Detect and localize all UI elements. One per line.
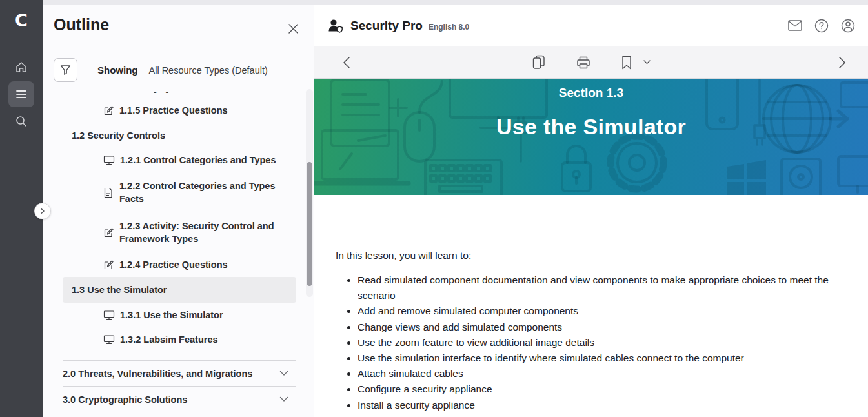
chevron-down-icon (279, 371, 288, 376)
filter-value: All Resource Types (Default) (149, 65, 268, 76)
lesson-content: In this lesson, you will learn to: Read … (314, 195, 868, 413)
outline-list: - - 1.1.5 Practice Questions 1.2 Securit… (63, 86, 296, 417)
outline-item-label: 1.2.2 Control Categories and Types Facts (119, 179, 296, 205)
banner-section-label: Section 1.3 (314, 86, 868, 100)
objective-item: Add and remove simulated computer compon… (358, 303, 839, 319)
search-icon (15, 115, 28, 128)
outline-section-label: 2.0 Threats, Vulnerabilities, and Migrat… (63, 369, 252, 379)
outline-item-truncated[interactable]: - - (63, 86, 296, 98)
toolbar-center-group (314, 55, 868, 70)
chevron-right-icon (39, 208, 46, 214)
course-title: Security Pro (350, 19, 423, 33)
objective-item: Read simulated component documentation a… (358, 272, 839, 303)
outline-title: Outline (54, 15, 109, 34)
filter-funnel-icon (60, 65, 71, 76)
outline-item-1-2-1[interactable]: 1.2.1 Control Categories and Types (63, 148, 296, 172)
lesson-objectives-list: Read simulated component documentation a… (336, 272, 839, 413)
outline-item-label: 1.3.1 Use the Simulator (120, 309, 223, 321)
filter-label: Showing (97, 65, 138, 76)
close-icon (288, 23, 299, 34)
outline-section-1-3-selected[interactable]: 1.3 Use the Simulator (63, 277, 296, 303)
lesson-intro-text: In this lesson, you will learn to: (336, 250, 839, 261)
objective-item: Change views and add simulated component… (358, 320, 839, 335)
home-icon (15, 61, 28, 74)
home-button[interactable] (8, 54, 34, 80)
outline-section-3-0[interactable]: 3.0 Cryptographic Solutions (63, 387, 296, 412)
course-header: Security Pro English 8.0 (314, 5, 868, 46)
video-monitor-icon (103, 155, 115, 165)
objective-item: Configure a security appliance (358, 381, 839, 397)
hamburger-menu-icon (15, 89, 28, 99)
video-monitor-icon (103, 334, 115, 345)
chevron-right-icon (838, 56, 846, 69)
outline-item-1-3-1[interactable]: 1.3.1 Use the Simulator (63, 303, 296, 327)
outline-section-4-0[interactable]: 4.0 Identity and Access Management (63, 412, 296, 417)
print-icon (576, 56, 590, 70)
course-brand: Security Pro English 8.0 (327, 18, 469, 34)
outline-item-1-2-3[interactable]: 1.2.3 Activity: Security Control and Fra… (63, 212, 296, 252)
bookmark-icon (621, 56, 632, 70)
header-actions (788, 19, 855, 33)
practice-questions-icon (103, 105, 114, 116)
outline-item-1-2-4[interactable]: 1.2.4 Practice Questions (63, 252, 296, 277)
main-column: Security Pro English 8.0 (314, 5, 868, 417)
app-logo[interactable]: C (0, 10, 43, 31)
lesson-toolbar (314, 46, 868, 79)
outline-item-1-3-2[interactable]: 1.3.2 Labsim Features (63, 327, 296, 352)
security-pro-user-shield-icon (327, 18, 344, 34)
objective-item: Use the simulation interface to identify… (358, 351, 839, 366)
outline-close-button[interactable] (285, 21, 301, 36)
outline-item-label: 1.2.4 Practice Questions (119, 258, 228, 271)
banner-text-block: Section 1.3 Use the Simulator (314, 79, 868, 195)
banner-lesson-title: Use the Simulator (314, 114, 868, 139)
outline-scrollbar-thumb[interactable] (307, 162, 312, 286)
video-monitor-icon (103, 310, 115, 320)
course-version: English 8.0 (429, 23, 469, 32)
bookmark-button[interactable] (621, 56, 632, 70)
panel-expand-button[interactable] (34, 203, 51, 219)
objective-item: Install a security appliance (358, 398, 839, 413)
outline-item-1-2-2[interactable]: 1.2.2 Control Categories and Types Facts (63, 172, 296, 212)
outline-item-label: 1.2.3 Activity: Security Control and Fra… (119, 219, 296, 245)
messages-button[interactable] (788, 20, 802, 31)
outline-item-label: 1.1.5 Practice Questions (119, 104, 228, 117)
caret-down-icon (643, 60, 651, 65)
next-lesson-button[interactable] (838, 56, 846, 69)
filter-button[interactable] (54, 58, 77, 82)
outline-section-2-0[interactable]: 2.0 Threats, Vulnerabilities, and Migrat… (63, 361, 296, 386)
outline-section-label: 3.0 Cryptographic Solutions (63, 394, 187, 405)
resource-filter-row: Showing All Resource Types (Default) (54, 58, 268, 82)
practice-questions-icon (103, 259, 114, 270)
activity-edit-icon (103, 227, 114, 238)
objective-item: Attach simulated cables (358, 366, 839, 381)
search-button[interactable] (8, 108, 34, 134)
help-icon (814, 19, 829, 33)
outline-item-label: 1.2.1 Control Categories and Types (120, 154, 276, 167)
chevron-down-icon (279, 396, 288, 402)
copy-button[interactable] (532, 55, 545, 70)
outline-section-1-2[interactable]: 1.2 Security Controls (63, 123, 296, 148)
outline-item-1-1-5[interactable]: 1.1.5 Practice Questions (63, 98, 296, 123)
section-banner: Section 1.3 Use the Simulator (314, 79, 868, 195)
objective-item: Use the zoom feature to view additional … (358, 335, 839, 351)
help-button[interactable] (814, 19, 829, 33)
account-icon (841, 19, 855, 33)
mail-icon (788, 20, 802, 31)
copy-icon (532, 55, 545, 70)
bookmark-menu-caret[interactable] (643, 60, 651, 65)
outline-item-label: 1.3.2 Labsim Features (120, 333, 218, 346)
outline-menu-button[interactable] (8, 81, 34, 107)
print-button[interactable] (576, 56, 590, 70)
fact-document-icon (103, 187, 114, 198)
account-button[interactable] (841, 19, 855, 33)
outline-panel: Outline Showing All Resource Types (Defa… (43, 5, 314, 417)
